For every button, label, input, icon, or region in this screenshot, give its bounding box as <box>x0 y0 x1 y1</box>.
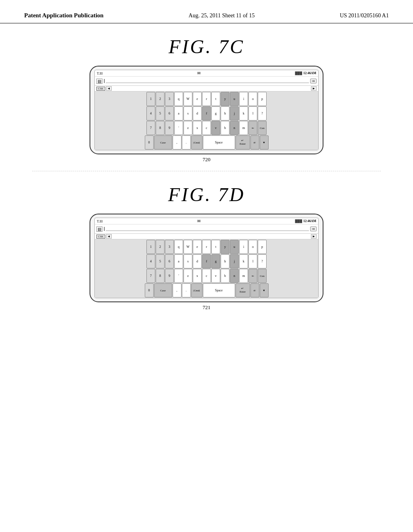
key-e-7d[interactable]: e <box>193 240 202 254</box>
key-a-7c[interactable]: a <box>174 106 183 121</box>
key-y-7d[interactable]: y <box>221 240 229 254</box>
key-con-7d[interactable]: Con <box>258 269 267 283</box>
key-z-7d[interactable]: z <box>184 269 192 283</box>
key-4-7c[interactable]: 4 <box>146 106 155 121</box>
key-n-7d[interactable]: n <box>230 269 239 283</box>
key-t-7d[interactable]: t <box>211 240 220 254</box>
key-4-7d[interactable]: 4 <box>146 254 155 268</box>
key-5-7c[interactable]: 5 <box>156 106 165 121</box>
key-x-7d[interactable]: x <box>193 269 202 283</box>
key-t-7c[interactable]: t <box>211 92 220 106</box>
key-backspace-7c[interactable]: ⇐ <box>248 121 257 135</box>
key-enter-7c[interactable]: ↵Enter <box>236 135 250 150</box>
key-case-7c[interactable]: Case <box>154 135 172 150</box>
key-j-7c[interactable]: j <box>230 106 239 121</box>
key-a-7d[interactable]: a <box>174 254 183 268</box>
toolbar-right-arrow-7c[interactable]: ► <box>311 86 317 91</box>
key-l-7d[interactable]: l <box>248 254 257 268</box>
key-i-7c[interactable]: i <box>239 92 248 106</box>
csk-button-7d[interactable]: CSK <box>96 235 105 239</box>
key-W-7d[interactable]: W <box>184 240 192 254</box>
key-comma-7c[interactable]: , <box>173 135 181 150</box>
key-m-7d[interactable]: m <box>239 269 248 283</box>
key-2-7d[interactable]: 2 <box>156 240 165 254</box>
key-6-7c[interactable]: 6 <box>165 106 174 121</box>
key-3-7d[interactable]: 3 <box>165 240 174 254</box>
csk-button-7c[interactable]: CSK <box>96 87 105 91</box>
key-v-7d[interactable]: v <box>211 269 220 283</box>
key-q-7d[interactable]: q <box>174 240 183 254</box>
key-p-7d[interactable]: p <box>258 240 267 254</box>
key-b-7c[interactable]: b <box>221 121 229 135</box>
key-5-7d[interactable]: 5 <box>156 254 165 268</box>
key-k-7c[interactable]: k <box>239 106 248 121</box>
key-0-7c[interactable]: 0 <box>145 135 154 150</box>
key-comma-7d[interactable]: , <box>173 283 181 297</box>
key-u-7c[interactable]: u <box>230 92 239 106</box>
key-space-7c[interactable]: Space <box>203 135 235 150</box>
key-dot-7d[interactable]: . <box>182 283 191 297</box>
key-m-7c[interactable]: m <box>239 121 248 135</box>
key-y-7c[interactable]: y <box>221 92 229 106</box>
key-2-7c[interactable]: 2 <box>156 92 165 106</box>
key-v-7c[interactable]: v <box>211 121 220 135</box>
key-cmd-7d[interactable]: |Cmd| <box>191 283 202 297</box>
input-right-arrow-7d[interactable]: ⇒ <box>310 227 317 231</box>
key-r-7d[interactable]: r <box>202 240 211 254</box>
toolbar-left-arrow-7d[interactable]: ◄ <box>106 234 112 239</box>
key-u-7d[interactable]: u <box>230 240 239 254</box>
key-apos-7c[interactable]: ' <box>174 121 183 135</box>
key-con-7c[interactable]: Con <box>258 121 267 135</box>
input-bar-7d[interactable]: ▤ ⇒ <box>95 224 318 234</box>
key-enter-7d[interactable]: ↵Enter <box>236 283 250 297</box>
key-dot-7c[interactable]: . <box>182 135 191 150</box>
key-e-7c[interactable]: e <box>193 92 202 106</box>
key-hash-7d[interactable]: #/ <box>250 283 259 297</box>
key-l-7c[interactable]: l <box>248 106 257 121</box>
key-qmark-7d[interactable]: ? <box>258 254 267 268</box>
key-backspace-7d[interactable]: ⇐ <box>248 269 257 283</box>
key-7-7c[interactable]: 7 <box>146 121 155 135</box>
key-x-7c[interactable]: x <box>193 121 202 135</box>
key-1-7d[interactable]: 1 <box>146 240 155 254</box>
key-f-7c[interactable]: f <box>202 106 211 121</box>
key-g-7c[interactable]: g <box>211 106 220 121</box>
key-6-7d[interactable]: 6 <box>165 254 174 268</box>
key-q-7c[interactable]: q <box>174 92 183 106</box>
key-g-7d[interactable]: g <box>211 254 220 268</box>
key-d-7d[interactable]: d <box>193 254 202 268</box>
key-c-7d[interactable]: c <box>202 269 211 283</box>
key-cmd-7c[interactable]: |Cmd| <box>191 135 202 150</box>
key-h-7c[interactable]: h <box>221 106 229 121</box>
key-case-7d[interactable]: Case <box>154 283 172 297</box>
key-o-7c[interactable]: o <box>248 92 257 106</box>
key-b-7d[interactable]: b <box>221 269 229 283</box>
key-0-7d[interactable]: 0 <box>145 283 154 297</box>
toolbar-right-arrow-7d[interactable]: ► <box>311 234 317 239</box>
key-j-7d[interactable]: j <box>230 254 239 268</box>
input-right-arrow-7c[interactable]: ⇒ <box>310 79 317 83</box>
key-k-7d[interactable]: k <box>239 254 248 268</box>
key-qmark-7c[interactable]: ? <box>258 106 267 121</box>
key-9-7c[interactable]: 9 <box>165 121 174 135</box>
key-f-7d[interactable]: f <box>202 254 211 268</box>
key-r-7c[interactable]: r <box>202 92 211 106</box>
key-h-7d[interactable]: h <box>221 254 229 268</box>
key-c-7c[interactable]: c <box>202 121 211 135</box>
key-7-7d[interactable]: 7 <box>146 269 155 283</box>
key-hash-7c[interactable]: #/ <box>250 135 259 150</box>
key-8-7c[interactable]: 8 <box>156 121 165 135</box>
key-1-7c[interactable]: 1 <box>146 92 155 106</box>
key-down-7d[interactable]: ▼ <box>260 283 269 297</box>
key-3-7c[interactable]: 3 <box>165 92 174 106</box>
key-down-7c[interactable]: ▼ <box>260 135 269 150</box>
key-d-7c[interactable]: d <box>193 106 202 121</box>
toolbar-left-arrow-7c[interactable]: ◄ <box>106 86 112 91</box>
key-8-7d[interactable]: 8 <box>156 269 165 283</box>
key-apos-7d[interactable]: ' <box>174 269 183 283</box>
key-space-7d[interactable]: Space <box>203 283 235 297</box>
key-n-7c[interactable]: n <box>230 121 239 135</box>
input-bar-7c[interactable]: ▤ ⇒ <box>95 77 318 86</box>
key-p-7c[interactable]: p <box>258 92 267 106</box>
key-s-7d[interactable]: s <box>184 254 192 268</box>
